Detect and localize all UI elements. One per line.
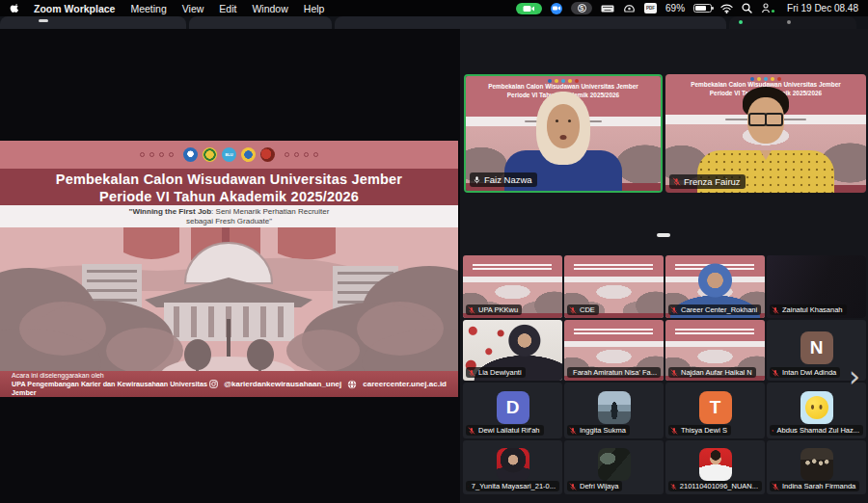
universitas-jember-logo <box>203 147 217 162</box>
participant-name-label: Farah Amiratun Nisa' Fa... <box>567 367 661 378</box>
participant-tile[interactable]: Najdan Aufar Haikal N <box>665 320 765 381</box>
participant-name-label: Indina Sarah Firmanda <box>770 481 859 491</box>
slide-title-line1: Pembekalan Calon Wisudawan Universitas J… <box>0 171 458 188</box>
participant-tile[interactable]: Inggita Sukma <box>564 383 664 438</box>
instagram-icon <box>209 380 218 388</box>
participant-name: Lia Dewiyanti <box>478 368 522 377</box>
campus-photo <box>0 227 458 371</box>
participant-tile[interactable]: Indina Sarah Firmanda <box>767 440 866 494</box>
ministry-education-logo <box>183 147 198 162</box>
participant-tile[interactable]: 7_Yunita Mayasari_21-0... <box>463 440 562 494</box>
keyboard-icon[interactable] <box>601 4 614 13</box>
muted-mic-icon <box>468 369 475 377</box>
participant-name-label: Lia Dewiyanti <box>466 367 526 378</box>
muted-mic-icon <box>670 306 678 314</box>
participant-name-label: Career Center_Rokhani <box>668 304 761 315</box>
participant-tile[interactable]: UPA PKKwu <box>463 255 562 318</box>
red-institution-logo <box>260 147 275 162</box>
menu-window[interactable]: Window <box>252 3 287 14</box>
muted-mic-icon <box>569 306 577 314</box>
avatar <box>497 448 529 481</box>
slide-header: BLU <box>0 141 458 169</box>
menu-edit[interactable]: Edit <box>219 3 236 14</box>
menu-help[interactable]: Help <box>304 3 325 14</box>
slide-footer: Acara ini diselenggarakan oleh UPA Penge… <box>0 371 458 397</box>
muted-mic-icon <box>772 306 779 314</box>
participant-name-label: Abdus Shamad Zul Haz... <box>770 425 863 436</box>
battery-icon[interactable] <box>693 4 712 13</box>
user-switch-icon[interactable] <box>761 3 776 13</box>
participant-name-label: Dewi Lailatul Rif'ah <box>466 425 544 436</box>
background-window[interactable] <box>189 16 332 29</box>
participant-tile[interactable]: Farah Amiratun Nisa' Fa... <box>564 320 664 381</box>
shared-screen-area: BLU Pembekalan Calon Wisudawan Universit… <box>0 29 460 503</box>
participant-name: Career Center_Rokhani <box>681 305 757 314</box>
zoom-app-icon[interactable] <box>551 3 562 14</box>
menu-bar-clock[interactable]: Fri 19 Dec 08.48 <box>787 3 858 13</box>
background-tab[interactable] <box>39 19 48 22</box>
muted-mic-icon <box>670 427 678 435</box>
assistant-icon[interactable] <box>623 3 636 13</box>
slide-subtitle-line2: sebagai Fresh Graduate" <box>0 217 458 226</box>
round-gold-logo <box>241 147 256 162</box>
participant-name: 7_Yunita Mayasari_21-0... <box>472 482 556 490</box>
muted-mic-icon <box>468 427 475 435</box>
pdf-app-icon[interactable]: PDF <box>644 3 657 13</box>
wifi-icon[interactable] <box>720 4 733 13</box>
participant-name: Intan Dwi Adinda <box>782 368 836 377</box>
slide-subtitle-bold: "Winning the First Job <box>129 207 212 216</box>
desktop: Zoom Workplace Meeting View Edit Window … <box>0 0 868 503</box>
next-page-button[interactable]: › <box>845 357 864 399</box>
avatar <box>699 448 732 481</box>
avatar <box>800 391 833 424</box>
apple-menu-icon[interactable] <box>10 3 20 13</box>
app-menu-title[interactable]: Zoom Workplace <box>34 3 115 14</box>
participant-name: Najdan Aufar Haikal N <box>681 368 752 377</box>
muted-mic-icon <box>670 483 677 490</box>
participant-tile[interactable]: Defri Wijaya <box>564 440 664 494</box>
gallery-resize-handle[interactable] <box>657 233 670 237</box>
muted-mic-icon <box>772 369 779 377</box>
s-app-icon[interactable]: S <box>571 2 592 14</box>
participant-name-label: CDE <box>567 304 599 315</box>
participant-name: Defri Wijaya <box>580 482 618 490</box>
participant-name-label: UPA PKKwu <box>466 304 522 315</box>
avatar <box>598 448 631 481</box>
participant-tile[interactable]: D Dewi Lailatul Rif'ah <box>463 383 562 438</box>
footer-line1: Acara ini diselenggarakan oleh <box>12 371 209 380</box>
participant-tile[interactable]: Zainatul Khasanah <box>767 255 866 318</box>
participant-tile[interactable]: CDE <box>564 255 664 318</box>
screen-record-camera-icon[interactable] <box>516 3 542 14</box>
participant-tile[interactable]: Pembekalan Calon Wisudawan Universitas J… <box>464 74 663 193</box>
window-dot-icon <box>739 20 743 24</box>
participant-name: Inggita Sukma <box>580 426 626 435</box>
battery-percent: 69% <box>665 3 685 13</box>
avatar <box>598 391 631 424</box>
muted-mic-icon <box>772 427 774 435</box>
participant-name: Thisya Dewi S <box>681 426 727 435</box>
participant-tile[interactable]: Lia Dewiyanti <box>463 320 562 381</box>
menu-meeting[interactable]: Meeting <box>130 3 166 14</box>
muted-mic-icon <box>772 483 779 490</box>
glasses <box>746 113 785 122</box>
participant-name: Abdus Shamad Zul Haz... <box>777 426 859 435</box>
participant-name-label: Najdan Aufar Haikal N <box>668 367 756 378</box>
search-icon[interactable] <box>742 3 752 13</box>
slide-title-line2: Periode VI Tahun Akademik 2025/2026 <box>0 188 458 205</box>
background-window[interactable] <box>335 16 726 29</box>
participant-tile[interactable]: Career Center_Rokhani <box>665 255 765 318</box>
video-panel: Pembekalan Calon Wisudawan Universitas J… <box>460 29 868 503</box>
avatar: D <box>497 391 529 424</box>
muted-mic-icon <box>468 483 469 490</box>
participant-name-label: Zainatul Khasanah <box>770 304 847 315</box>
avatar: T <box>699 391 732 424</box>
menu-view[interactable]: View <box>182 3 204 14</box>
participant-tile[interactable]: Pembekalan Calon Wisudawan Universitas J… <box>665 74 866 193</box>
background-window[interactable] <box>729 16 856 29</box>
background-window[interactable] <box>0 16 186 29</box>
participant-name: Faiz Nazwa <box>484 174 532 185</box>
muted-mic-icon <box>670 369 678 377</box>
menu-bar: Zoom Workplace Meeting View Edit Window … <box>0 0 868 16</box>
participant-tile[interactable]: 210110401096_NUAN... <box>665 440 765 494</box>
participant-tile[interactable]: T Thisya Dewi S <box>665 383 765 438</box>
